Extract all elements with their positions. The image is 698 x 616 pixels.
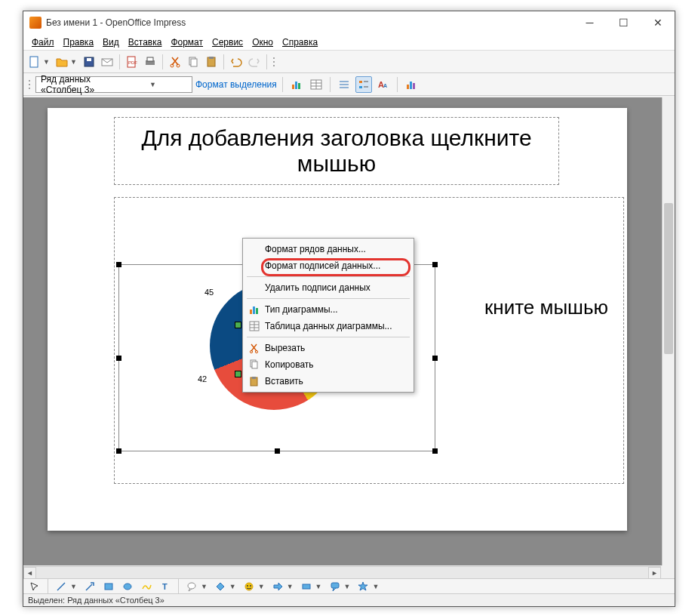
svg-text:A: A: [383, 83, 387, 88]
chart-type-button[interactable]: [288, 76, 305, 93]
dropdown-icon[interactable]: ▼: [258, 583, 265, 590]
scroll-left-icon[interactable]: ◄: [23, 567, 36, 579]
resize-handle[interactable]: [432, 356, 438, 361]
chart-layout-button[interactable]: [403, 76, 420, 93]
copy-button[interactable]: [185, 54, 201, 70]
menu-insert[interactable]: Вставка: [125, 35, 166, 49]
scroll-right-icon[interactable]: ►: [648, 567, 661, 579]
element-selector-combo[interactable]: Ряд данных «Столбец 3» ▼: [35, 76, 192, 93]
print-button[interactable]: [142, 54, 158, 70]
dropdown-icon[interactable]: ▼: [70, 583, 77, 590]
cut-button[interactable]: [167, 54, 183, 70]
basic-shapes-tool[interactable]: [212, 578, 229, 595]
menu-edit[interactable]: Правка: [60, 35, 98, 49]
block-arrows-tool[interactable]: [269, 578, 286, 595]
rectangle-tool[interactable]: [100, 578, 117, 595]
resize-handle[interactable]: [116, 448, 121, 454]
dropdown-icon[interactable]: ▼: [287, 583, 294, 590]
svg-rect-31: [359, 86, 362, 88]
window-title: Без имени 1 - OpenOffice Impress: [46, 17, 573, 28]
main-toolbar: ▼ ▼ PDF: [23, 51, 675, 73]
svg-point-47: [255, 350, 257, 353]
menu-paste[interactable]: Вставить: [245, 373, 411, 390]
svg-point-60: [250, 585, 251, 587]
undo-button[interactable]: [228, 54, 244, 70]
menu-chart-type[interactable]: Тип диаграммы...: [245, 301, 411, 318]
svg-rect-36: [407, 85, 409, 89]
close-button[interactable]: ✕: [641, 11, 675, 34]
redo-button[interactable]: [246, 54, 263, 70]
format-toolbar: Ряд данных «Столбец 3» ▼ Формат выделени…: [23, 73, 675, 96]
format-selection-link[interactable]: Формат выделения: [195, 79, 277, 90]
menu-view[interactable]: Вид: [99, 35, 123, 49]
hgrid-button[interactable]: [336, 76, 352, 93]
svg-rect-54: [105, 584, 112, 590]
resize-handle[interactable]: [275, 448, 280, 454]
menu-data-table[interactable]: Таблица данных диаграммы...: [245, 318, 411, 334]
text-scale-button[interactable]: AA: [375, 76, 392, 93]
open-button[interactable]: [54, 54, 70, 70]
stars-tool[interactable]: [355, 578, 371, 595]
dropdown-icon[interactable]: ▼: [315, 583, 322, 590]
minimize-button[interactable]: ─: [573, 11, 607, 34]
grip-icon[interactable]: [26, 76, 32, 93]
arrow-tool[interactable]: [81, 578, 98, 595]
svg-point-16: [273, 65, 275, 66]
resize-handle[interactable]: [432, 448, 438, 454]
paste-button[interactable]: [203, 54, 220, 70]
dropdown-icon[interactable]: ▼: [372, 583, 379, 590]
app-window: Без имени 1 - OpenOffice Impress ─ ☐ ✕ Ф…: [23, 11, 675, 607]
menu-delete-data-labels[interactable]: Удалить подписи данных: [245, 279, 411, 296]
series-handle[interactable]: [235, 371, 241, 377]
svg-rect-37: [410, 82, 412, 89]
paste-icon: [248, 375, 260, 387]
dropdown-icon[interactable]: ▼: [229, 583, 236, 590]
new-button[interactable]: [26, 54, 43, 70]
export-pdf-button[interactable]: PDF: [124, 54, 140, 70]
menubar: Файл Правка Вид Вставка Формат Сервис Ок…: [23, 34, 675, 51]
flowchart-tool[interactable]: [298, 578, 315, 595]
resize-handle[interactable]: [116, 356, 121, 361]
status-text: Выделен: Ряд данных «Столбец 3»: [28, 596, 165, 605]
dropdown-icon[interactable]: ▼: [201, 583, 208, 590]
menu-file[interactable]: Файл: [28, 35, 58, 49]
data-table-button[interactable]: [308, 76, 324, 93]
new-dropdown[interactable]: ▼: [43, 58, 50, 66]
line-tool[interactable]: [53, 578, 69, 595]
svg-point-55: [124, 584, 131, 590]
titlebar[interactable]: Без имени 1 - OpenOffice Impress ─ ☐ ✕: [23, 11, 675, 34]
svg-line-52: [57, 583, 65, 590]
dropdown-icon[interactable]: ▼: [344, 583, 351, 590]
series-handle[interactable]: [235, 322, 241, 328]
callouts-tool[interactable]: [327, 578, 343, 595]
svg-rect-11: [191, 59, 197, 66]
email-button[interactable]: [99, 54, 115, 70]
svg-point-15: [273, 61, 275, 63]
ellipse-tool[interactable]: [119, 578, 136, 595]
symbol-shapes-tool[interactable]: [241, 578, 257, 595]
menu-cut[interactable]: Вырезать: [245, 340, 411, 356]
menu-format-data-labels[interactable]: Формат подписей данных...: [245, 257, 411, 274]
vertical-scrollbar[interactable]: [662, 97, 675, 565]
menu-tools[interactable]: Сервис: [208, 35, 247, 49]
menu-format[interactable]: Формат: [167, 35, 207, 49]
data-label: 45: [204, 288, 214, 297]
pointer-tool[interactable]: [26, 578, 43, 595]
grip-icon[interactable]: [271, 54, 277, 70]
resize-handle[interactable]: [116, 262, 121, 267]
save-button[interactable]: [81, 54, 97, 70]
menu-window[interactable]: Окно: [248, 35, 277, 49]
maximize-button[interactable]: ☐: [607, 11, 641, 34]
menu-help[interactable]: Справка: [278, 35, 321, 49]
curve-tool[interactable]: [138, 578, 155, 595]
callout-tool[interactable]: [183, 578, 200, 595]
resize-handle[interactable]: [432, 262, 438, 267]
menu-copy[interactable]: Копировать: [245, 356, 411, 373]
title-placeholder[interactable]: Для добавления заголовка щелкните мышью: [114, 117, 559, 185]
open-dropdown[interactable]: ▼: [70, 58, 77, 66]
svg-rect-61: [303, 584, 310, 589]
menu-format-data-series[interactable]: Формат рядов данных...: [245, 241, 411, 257]
legend-button[interactable]: [355, 76, 372, 93]
horizontal-scrollbar[interactable]: ◄ ►: [23, 566, 661, 579]
text-tool[interactable]: T: [157, 578, 174, 595]
